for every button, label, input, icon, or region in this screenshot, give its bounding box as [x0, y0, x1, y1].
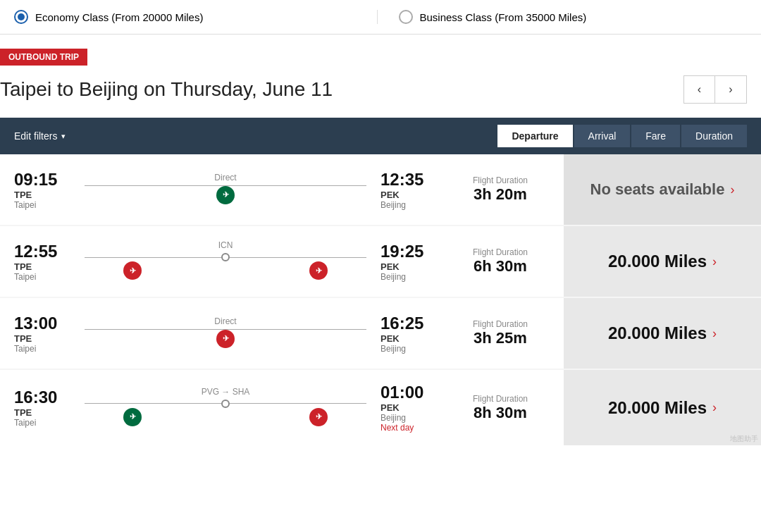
- duration-label: Flight Duration: [451, 394, 550, 404]
- arrive-city: Beijing: [380, 413, 437, 423]
- next-date-button[interactable]: ›: [715, 76, 746, 103]
- duration-value: 8h 30m: [451, 404, 550, 422]
- flight-1-duration: Flight Duration 3h 20m: [437, 175, 550, 204]
- depart-time: 13:00: [14, 314, 70, 333]
- airline-symbol: ✈: [316, 412, 322, 421]
- filter-bar: Edit filters ▾ Departure Arrival Fare Du…: [0, 118, 761, 154]
- sort-duration-button[interactable]: Duration: [681, 125, 747, 147]
- stop-dot: [221, 400, 230, 408]
- airline-symbol: ✈: [130, 266, 136, 276]
- arrive-time: 01:00: [380, 383, 437, 402]
- flight-2-depart: 12:55 TPE Taipei: [14, 242, 70, 282]
- route-line-left: [85, 403, 221, 404]
- flight-2-duration: Flight Duration 6h 30m: [437, 247, 550, 276]
- flight-3-info: 13:00 TPE Taipei Direct ✈ 16:25 PEK Beij…: [0, 298, 564, 369]
- duration-value: 3h 25m: [451, 329, 550, 347]
- flight-1-route: Direct ✈: [70, 173, 380, 207]
- airline-icon-air-china-right2: ✈: [309, 408, 328, 426]
- arrive-time: 16:25: [380, 314, 437, 333]
- depart-time: 16:30: [14, 388, 70, 407]
- date-nav-buttons: ‹ ›: [683, 75, 747, 104]
- next-day-label: Next day: [380, 423, 437, 433]
- trip-title: Taipei to Beijing on Thursday, June 11: [0, 78, 333, 101]
- business-label: Business Class (From 35000 Miles): [420, 11, 587, 23]
- arrive-code: PEK: [380, 261, 437, 272]
- flight-1-depart: 09:15 TPE Taipei: [14, 170, 70, 210]
- flight-4-route: PVG → SHA ✈ ✈: [70, 387, 380, 429]
- price-label: 20.000 Miles: [608, 398, 707, 418]
- price-label: 20.000 Miles: [608, 252, 707, 271]
- stop-label: Direct: [214, 173, 236, 183]
- flight-4-depart: 16:30 TPE Taipei: [14, 388, 70, 428]
- flight-2-arrive: 19:25 PEK Beijing: [380, 242, 437, 282]
- arrive-time: 19:25: [380, 242, 437, 261]
- airline-icon-mandarin-left: ✈: [123, 408, 142, 426]
- stop-label: Direct: [214, 316, 236, 326]
- airline-icon-air-china: ✈: [216, 330, 235, 348]
- route-line: [85, 400, 366, 408]
- sort-arrival-button[interactable]: Arrival: [574, 125, 631, 147]
- duration-label: Flight Duration: [451, 175, 550, 185]
- economy-radio[interactable]: [14, 10, 28, 24]
- flight-2-price[interactable]: 20.000 Miles ›: [564, 226, 761, 297]
- flight-3-duration: Flight Duration 3h 25m: [437, 319, 550, 347]
- flights-list: 09:15 TPE Taipei Direct ✈ 12:35 PEK Beij…: [0, 154, 761, 445]
- sort-departure-button[interactable]: Departure: [497, 125, 572, 147]
- sort-buttons-group: Departure Arrival Fare Duration: [497, 125, 747, 147]
- flight-4-price[interactable]: 20.000 Miles › 地图助手: [564, 370, 761, 445]
- watermark: 地图助手: [727, 433, 761, 445]
- table-row: 13:00 TPE Taipei Direct ✈ 16:25 PEK Beij…: [0, 298, 761, 369]
- price-chevron-icon: ›: [730, 183, 734, 197]
- sort-fare-button[interactable]: Fare: [631, 125, 680, 147]
- airline-icon-mandarin: ✈: [216, 186, 235, 204]
- duration-value: 3h 20m: [451, 185, 550, 204]
- price-chevron-icon: ›: [712, 326, 717, 341]
- airline-icon-air-china-left: ✈: [123, 261, 142, 280]
- trip-header-section: OUTBOUND TRIP Taipei to Beijing on Thurs…: [0, 35, 761, 118]
- prev-date-button[interactable]: ‹: [684, 76, 715, 103]
- edit-filters-button[interactable]: Edit filters ▾: [14, 130, 66, 142]
- arrive-code: PEK: [380, 333, 437, 344]
- airline-symbol: ✈: [130, 412, 136, 421]
- arrive-city: Beijing: [380, 272, 437, 282]
- depart-time: 09:15: [14, 170, 70, 190]
- depart-time: 12:55: [14, 242, 70, 261]
- price-chevron-icon: ›: [712, 254, 717, 269]
- flight-3-price[interactable]: 20.000 Miles ›: [564, 298, 761, 369]
- price-label: No seats available: [590, 180, 725, 199]
- duration-label: Flight Duration: [451, 319, 550, 329]
- depart-code: TPE: [14, 190, 70, 200]
- depart-city: Taipei: [14, 344, 70, 354]
- business-class-option[interactable]: Business Class (From 35000 Miles): [378, 10, 748, 24]
- arrive-code: PEK: [380, 402, 437, 413]
- table-row: 09:15 TPE Taipei Direct ✈ 12:35 PEK Beij…: [0, 154, 761, 225]
- edit-filters-label: Edit filters: [14, 130, 57, 142]
- duration-label: Flight Duration: [451, 247, 550, 257]
- class-selector-bar: Economy Class (From 20000 Miles) Busines…: [0, 0, 761, 35]
- flight-4-info: 16:30 TPE Taipei PVG → SHA ✈: [0, 370, 564, 445]
- economy-label: Economy Class (From 20000 Miles): [35, 11, 203, 23]
- price-chevron-icon: ›: [712, 400, 717, 415]
- depart-code: TPE: [14, 333, 70, 344]
- outbound-badge: OUTBOUND TRIP: [8, 52, 79, 62]
- flight-3-arrive: 16:25 PEK Beijing: [380, 314, 437, 354]
- flight-4-duration: Flight Duration 8h 30m: [437, 394, 550, 422]
- stop-label: PVG → SHA: [202, 387, 250, 397]
- route-line-right: [230, 403, 366, 404]
- airline-symbol: ✈: [316, 266, 322, 276]
- flight-1-price[interactable]: No seats available ›: [564, 154, 761, 225]
- airline-symbol: ✈: [223, 334, 229, 343]
- duration-value: 6h 30m: [451, 257, 550, 276]
- flight-2-info: 12:55 TPE Taipei ICN ✈ ✈: [0, 226, 564, 297]
- stop-dot: [221, 253, 230, 261]
- route-line-left: [85, 257, 221, 258]
- filter-chevron-icon: ▾: [61, 132, 66, 141]
- depart-code: TPE: [14, 261, 70, 272]
- business-radio[interactable]: [399, 10, 413, 24]
- depart-code: TPE: [14, 407, 70, 418]
- economy-class-option[interactable]: Economy Class (From 20000 Miles): [14, 10, 378, 24]
- table-row: 16:30 TPE Taipei PVG → SHA ✈: [0, 370, 761, 445]
- arrive-city: Beijing: [380, 344, 437, 354]
- flight-4-arrive: 01:00 PEK Beijing Next day: [380, 383, 437, 433]
- stop-label: ICN: [218, 240, 233, 250]
